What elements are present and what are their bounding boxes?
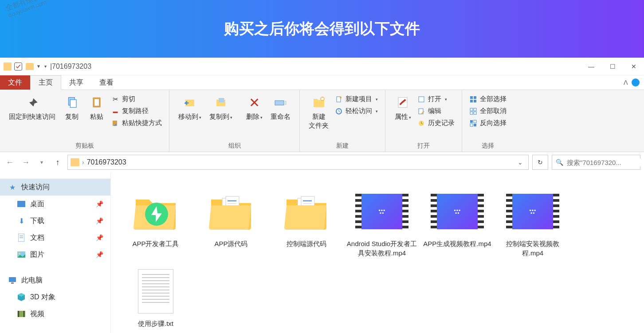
file-icon	[129, 185, 182, 238]
tab-view[interactable]: 查看	[91, 75, 122, 90]
delete-button[interactable]: ✕删除▾	[242, 93, 266, 123]
tab-home[interactable]: 主页	[30, 75, 61, 90]
downloads-icon: ⬇	[17, 217, 26, 225]
ribbon-tabs: 文件 主页 共享 查看 ᐱ	[0, 75, 644, 90]
file-item[interactable]: APP源代码	[193, 181, 269, 261]
file-item[interactable]: 使用步骤.txt	[118, 261, 193, 332]
selectinvert-icon	[469, 119, 477, 127]
qat-dropdown2-icon[interactable]: ▾	[44, 64, 47, 69]
desktop-icon	[17, 200, 26, 208]
search-input[interactable]	[567, 159, 644, 166]
svg-rect-26	[470, 120, 473, 123]
copyto-icon	[213, 94, 229, 110]
sidebar-item-downloads[interactable]: ⬇下载📌	[0, 212, 110, 229]
sidebar-item-documents[interactable]: 文档📌	[0, 229, 110, 246]
selectnone-button[interactable]: 全部取消	[467, 106, 508, 117]
selectinvert-button[interactable]: 反向选择	[467, 118, 508, 129]
paste-icon	[89, 94, 105, 110]
file-label: Android Studio开发者工具安装教程.mp4	[346, 239, 418, 258]
nav-back-button[interactable]: ←	[4, 156, 16, 168]
banner-title: 购买之后你将会得到以下文件	[224, 19, 420, 39]
newfolder-icon	[311, 94, 327, 110]
tab-file[interactable]: 文件	[0, 75, 30, 90]
close-button[interactable]: ✕	[624, 59, 644, 74]
window-title: |7016973203	[50, 63, 91, 71]
promo-banner: 购买之后你将会得到以下文件	[0, 0, 644, 58]
sidebar-item-3dobjects[interactable]: 3D 对象	[0, 289, 110, 306]
file-item[interactable]: ■ ■ ■■ ■APP生成视频教程.mp4	[420, 181, 495, 261]
svg-rect-28	[470, 124, 473, 126]
moveto-icon	[182, 94, 198, 110]
search-box[interactable]: 🔍	[552, 155, 640, 170]
minimize-button[interactable]: —	[581, 59, 601, 74]
help-icon[interactable]	[632, 78, 640, 86]
sidebar-item-quickaccess[interactable]: ★快速访问	[0, 179, 110, 196]
open-button[interactable]: 打开▾	[416, 94, 456, 105]
qat-folder-icon[interactable]	[26, 63, 34, 70]
svg-rect-24	[470, 112, 473, 114]
selectall-button[interactable]: 全部选择	[467, 94, 508, 105]
copyto-button[interactable]: 复制到▾	[206, 93, 236, 123]
moveto-button[interactable]: 移动到▾	[175, 93, 205, 123]
qat-save-icon[interactable]	[14, 63, 22, 71]
history-button[interactable]: 历史记录	[416, 118, 456, 129]
address-input[interactable]: › 7016973203 ⌄	[67, 155, 529, 170]
file-icon	[129, 265, 182, 318]
properties-button[interactable]: 属性▾	[391, 93, 415, 123]
pin-icon	[24, 94, 40, 110]
file-item[interactable]: ■ ■ ■■ ■控制端安装视频教程.mp4	[495, 181, 570, 261]
documents-icon	[17, 234, 26, 242]
rename-button[interactable]: 重命名	[267, 93, 294, 123]
address-dropdown-icon[interactable]: ⌄	[515, 159, 526, 166]
sidebar-item-pictures[interactable]: 图片📌	[0, 246, 110, 263]
breadcrumb[interactable]: 7016973203	[87, 158, 126, 166]
rename-icon	[273, 94, 289, 110]
pc-icon	[8, 276, 17, 284]
svg-rect-9	[285, 101, 287, 105]
file-icon: ■ ■ ■■ ■	[355, 185, 408, 238]
svg-rect-15	[419, 97, 424, 102]
svg-rect-22	[470, 108, 473, 111]
file-list[interactable]: APP开发者工具APP源代码控制端源代码■ ■ ■■ ■Android Stud…	[111, 172, 644, 333]
file-item[interactable]: 控制端源代码	[269, 181, 344, 261]
qat-dropdown-icon[interactable]: ▼	[36, 64, 41, 69]
sidebar-item-thispc[interactable]: 此电脑	[0, 272, 110, 289]
refresh-button[interactable]: ↻	[532, 155, 548, 170]
nav-recent-button[interactable]: ▾	[35, 156, 48, 168]
addressbar: ← → ▾ ↑ › 7016973203 ⌄ ↻ 🔍	[0, 152, 644, 172]
file-icon	[280, 185, 333, 238]
pasteshortcut-button[interactable]: 粘贴快捷方式	[110, 118, 164, 129]
file-item[interactable]: APP开发者工具	[118, 181, 193, 261]
svg-rect-7	[219, 98, 224, 102]
copypath-button[interactable]: ▬复制路径	[110, 106, 164, 117]
cut-button[interactable]: ✂剪切	[110, 94, 164, 105]
titlebar: ▼ ▾ |7016973203 — ☐ ✕	[0, 58, 644, 75]
newitem-button[interactable]: 新建项目▾	[333, 94, 380, 105]
file-icon	[204, 185, 258, 238]
file-label: APP生成视频教程.mp4	[423, 239, 491, 248]
file-label: APP源代码	[214, 239, 247, 248]
tab-share[interactable]: 共享	[61, 75, 91, 90]
edit-button[interactable]: 编辑	[416, 106, 456, 117]
maximize-button[interactable]: ☐	[602, 59, 623, 74]
svg-rect-39	[18, 311, 19, 317]
folder-icon	[71, 158, 79, 166]
svg-rect-29	[474, 124, 476, 126]
pin-quickaccess-button[interactable]: 固定到快速访问	[5, 93, 59, 123]
paste-button[interactable]: 粘贴	[85, 93, 109, 123]
copy-button[interactable]: 复制	[60, 93, 84, 123]
sidebar-item-videos[interactable]: 视频	[0, 306, 110, 322]
sidebar-item-desktop[interactable]: 桌面📌	[0, 196, 110, 212]
file-item[interactable]: ■ ■ ■■ ■Android Studio开发者工具安装教程.mp4	[344, 181, 420, 261]
nav-forward-button[interactable]: →	[20, 156, 32, 168]
svg-rect-19	[474, 96, 476, 99]
ribbon-collapse-icon[interactable]: ᐱ	[624, 79, 628, 86]
svg-rect-23	[474, 108, 476, 111]
svg-rect-36	[9, 277, 16, 282]
pin-icon: 📌	[96, 200, 103, 208]
sidebar: ★快速访问 桌面📌 ⬇下载📌 文档📌 图片📌 此电脑 3D 对象 视频	[0, 172, 111, 333]
newfolder-button[interactable]: 新建 文件夹	[305, 93, 332, 131]
nav-up-button[interactable]: ↑	[51, 156, 64, 168]
easyaccess-button[interactable]: 轻松访问▾	[333, 106, 380, 117]
3d-icon	[17, 293, 26, 301]
